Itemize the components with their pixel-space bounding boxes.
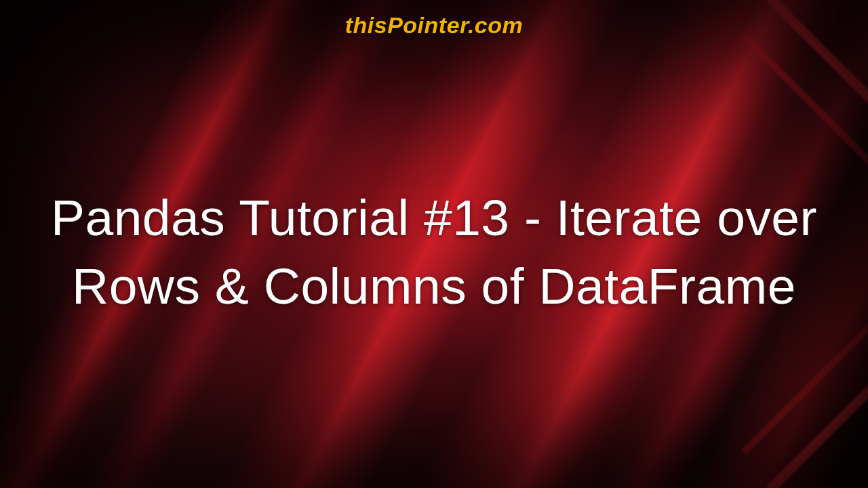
tutorial-banner: thisPointer.com Pandas Tutorial #13 - It… (0, 0, 868, 488)
brand-logo: thisPointer.com (345, 12, 524, 39)
tutorial-title: Pandas Tutorial #13 - Iterate over Rows … (34, 184, 834, 321)
